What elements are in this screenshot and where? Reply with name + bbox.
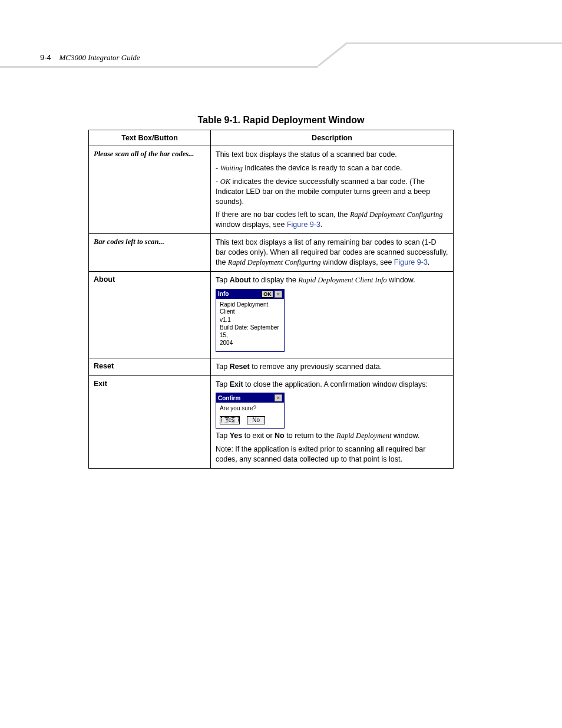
confirm-dialog: Confirm × Are you sure? Yes No	[216, 393, 285, 429]
text: Yes	[230, 431, 243, 440]
text: No	[275, 431, 285, 440]
text: to display the	[251, 276, 299, 284]
row-desc-barcodes-left: This text box displays a list of any rem…	[211, 234, 454, 272]
text: .	[320, 220, 322, 229]
text: to close the application. A confirmation…	[243, 380, 428, 388]
text: If there are no bar codes left to scan, …	[216, 210, 350, 219]
row-desc-exit: Tap Exit to close the application. A con…	[211, 375, 454, 469]
text: indicates the device is ready to scan a …	[243, 164, 402, 172]
text: Tap Reset to remove any previously scann…	[216, 362, 448, 372]
text: Build Date: September 15,	[220, 324, 280, 339]
text: This text box displays the status of a s…	[216, 150, 448, 160]
row-label-reset: Reset	[89, 358, 211, 375]
text: Tap	[216, 431, 230, 440]
text: Reset	[230, 363, 250, 371]
text: .	[428, 258, 429, 266]
page: 9-4 MC3000 Integrator Guide Table 9-1. R…	[0, 0, 562, 728]
text: Exit	[230, 380, 243, 388]
figure-link[interactable]: Figure 9-3	[394, 258, 428, 266]
table-row: Bar codes left to scan... This text box …	[89, 234, 454, 272]
row-desc-please-scan: This text box displays the status of a s…	[211, 146, 454, 234]
text: to remove any previously scanned data.	[250, 363, 382, 371]
text: Tap	[216, 380, 230, 388]
table-row: Exit Tap Exit to close the application. …	[89, 375, 454, 469]
text: OK	[220, 177, 230, 186]
ok-button[interactable]: OK	[262, 291, 273, 298]
confirm-dialog-title: Confirm	[218, 395, 240, 401]
text: Tap	[216, 276, 230, 284]
row-desc-reset: Tap Reset to remove any previously scann…	[211, 358, 454, 375]
text: 2004	[220, 340, 280, 347]
yes-button[interactable]: Yes	[220, 416, 240, 425]
row-label-exit: Exit	[89, 375, 211, 469]
info-dialog-body: Rapid Deployment Client v1.1 Build Date:…	[216, 299, 284, 351]
text: Tap Yes to exit or No to return to the R…	[216, 431, 448, 441]
text: to exit or	[242, 431, 275, 440]
text: - OK indicates the device successfully s…	[216, 177, 448, 207]
text: Rapid Deployment Configuring	[350, 210, 443, 219]
text: -	[216, 164, 220, 172]
close-icon[interactable]: ×	[275, 291, 282, 298]
text: to return to the	[285, 431, 336, 440]
text: v1.1	[220, 317, 280, 324]
confirm-dialog-titlebar: Confirm ×	[216, 393, 284, 403]
text: window displays, see	[320, 258, 394, 266]
header-rule-diagonal	[318, 42, 348, 66]
text: window.	[387, 276, 415, 284]
text: -	[216, 177, 220, 186]
row-label-please-scan: Please scan all of the bar codes...	[94, 150, 194, 158]
table-row: About Tap About to display the Rapid Dep…	[89, 271, 454, 358]
rapid-deployment-table: Text Box/Button Description Please scan …	[88, 130, 454, 469]
text: Rapid Deployment Configuring	[228, 258, 321, 266]
table-header-row: Text Box/Button Description	[89, 130, 454, 146]
row-label-about: About	[89, 271, 211, 358]
text: Tap	[216, 363, 230, 371]
row-desc-about: Tap About to display the Rapid Deploymen…	[211, 271, 454, 358]
table-row: Reset Tap Reset to remove any previously…	[89, 358, 454, 375]
row-label-barcodes-left: Bar codes left to scan...	[94, 238, 164, 246]
doc-title: MC3000 Integrator Guide	[59, 53, 140, 62]
info-dialog-titlebar: Info OK ×	[216, 289, 284, 299]
text: Are you sure?	[220, 405, 280, 413]
text: window.	[391, 431, 419, 440]
table-caption: Table 9-1. Rapid Deployment Window	[0, 115, 562, 126]
text: window displays, see	[216, 220, 287, 229]
text: About	[230, 276, 251, 284]
no-button[interactable]: No	[247, 416, 265, 425]
text: Tap Exit to close the application. A con…	[216, 380, 448, 390]
col-header-textbox: Text Box/Button	[89, 130, 211, 146]
text: Rapid Deployment	[336, 431, 391, 440]
figure-link[interactable]: Figure 9-3	[287, 220, 320, 229]
text: Waiting	[220, 164, 243, 172]
text: Rapid Deployment Client	[220, 301, 280, 316]
text: Tap About to display the Rapid Deploymen…	[216, 275, 448, 285]
page-number: 9-4	[40, 53, 51, 62]
info-dialog: Info OK × Rapid Deployment Client v1.1 B…	[216, 289, 285, 352]
close-icon[interactable]: ×	[275, 394, 282, 401]
text: indicates the device successfully scanne…	[216, 177, 430, 206]
text: If there are no bar codes left to scan, …	[216, 210, 448, 230]
header-rule-right	[348, 19, 562, 44]
text: - Waiting indicates the device is ready …	[216, 163, 448, 173]
info-dialog-title: Info	[218, 291, 229, 297]
text: This text box displays a list of any rem…	[216, 238, 448, 268]
confirm-dialog-body: Are you sure? Yes No	[216, 403, 284, 428]
text: Rapid Deployment Client Info	[298, 276, 386, 284]
page-header: 9-4 MC3000 Integrator Guide	[40, 53, 140, 62]
table-row: Please scan all of the bar codes... This…	[89, 146, 454, 234]
col-header-description: Description	[211, 130, 454, 146]
text: Note: If the application is exited prior…	[216, 444, 448, 465]
